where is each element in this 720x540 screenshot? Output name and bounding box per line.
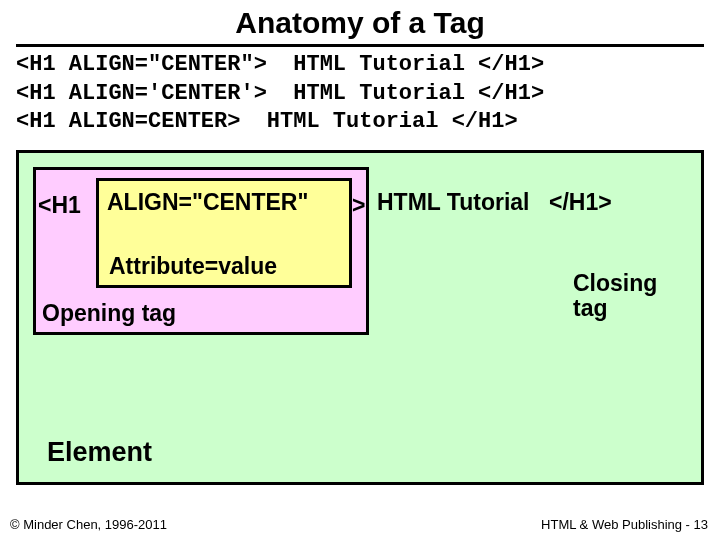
attribute-value-label: Attribute=value bbox=[109, 253, 277, 280]
title-rule bbox=[16, 44, 704, 47]
footer-page-info: HTML & Web Publishing - 13 bbox=[541, 517, 708, 532]
element-box: <H1 ALIGN="CENTER" Attribute=value > Ope… bbox=[16, 150, 704, 485]
closing-label-line2: tag bbox=[573, 296, 657, 321]
code-line-2: <H1 ALIGN='CENTER'> HTML Tutorial </H1> bbox=[16, 81, 544, 106]
attribute-value-box: ALIGN="CENTER" Attribute=value bbox=[96, 178, 352, 288]
element-label: Element bbox=[47, 437, 152, 468]
tag-content-text: HTML Tutorial bbox=[377, 189, 529, 216]
opening-tag-label: Opening tag bbox=[42, 300, 176, 327]
opening-tag-box: <H1 ALIGN="CENTER" Attribute=value > Ope… bbox=[33, 167, 369, 335]
footer-copyright: © Minder Chen, 1996-2011 bbox=[10, 517, 167, 532]
closing-label-line1: Closing bbox=[573, 271, 657, 296]
closing-tag-label: Closing tag bbox=[573, 271, 657, 322]
opening-tag-start: <H1 bbox=[38, 192, 81, 219]
opening-tag-end: > bbox=[352, 192, 365, 219]
slide-title: Anatomy of a Tag bbox=[0, 0, 720, 40]
attribute-value-text: ALIGN="CENTER" bbox=[107, 189, 308, 216]
code-line-3: <H1 ALIGN=CENTER> HTML Tutorial </H1> bbox=[16, 109, 518, 134]
closing-tag-text: </H1> bbox=[549, 189, 612, 216]
code-line-1: <H1 ALIGN="CENTER"> HTML Tutorial </H1> bbox=[16, 52, 544, 77]
code-examples: <H1 ALIGN="CENTER"> HTML Tutorial </H1> … bbox=[0, 51, 720, 143]
